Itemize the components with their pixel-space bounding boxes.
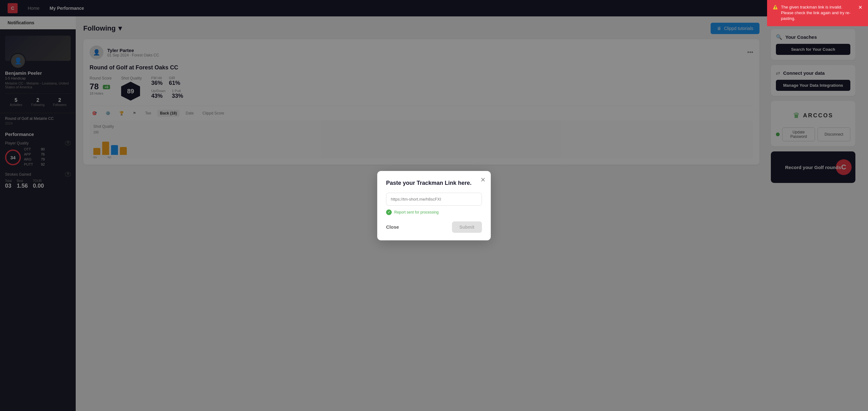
trackman-link-input[interactable] [386,193,482,205]
toast-error: ⚠️ The given trackman link is invalid. P… [767,0,868,26]
modal-success-message: ✓ Report sent for processing [386,210,482,215]
success-text: Report sent for processing [394,210,439,215]
trackman-modal: Paste your Trackman Link here. ✕ ✓ Repor… [377,171,491,240]
toast-message: The given trackman link is invalid. Plea… [781,4,855,22]
modal-close-x-button[interactable]: ✕ [480,176,486,184]
modal-submit-button[interactable]: Submit [452,221,482,233]
toast-close-button[interactable]: ✕ [858,4,862,10]
check-circle-icon: ✓ [386,210,392,215]
warning-icon: ⚠️ [773,4,778,10]
modal-footer: Close Submit [386,221,482,233]
modal-title: Paste your Trackman Link here. [386,180,482,186]
modal-close-button[interactable]: Close [386,224,399,230]
modal-overlay[interactable]: Paste your Trackman Link here. ✕ ✓ Repor… [0,0,868,411]
